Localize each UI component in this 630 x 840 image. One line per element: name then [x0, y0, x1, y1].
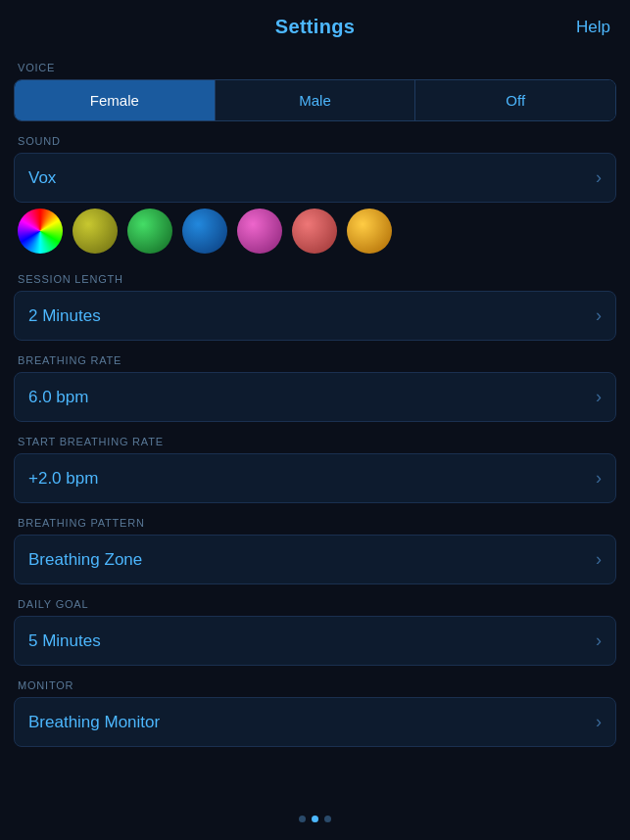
- monitor-row[interactable]: Breathing Monitor ›: [14, 697, 616, 747]
- page-dot-1[interactable]: [299, 816, 306, 822]
- page-dot-3[interactable]: [324, 816, 331, 822]
- monitor-label: MONITOR: [14, 679, 616, 691]
- breathing-pattern-row[interactable]: Breathing Zone ›: [14, 535, 616, 584]
- start-breathing-rate-row[interactable]: +2.0 bpm ›: [14, 453, 616, 503]
- sound-label: SOUND: [14, 135, 616, 147]
- daily-goal-value: 5 Minutes: [28, 631, 101, 651]
- breathing-pattern-value: Breathing Zone: [28, 550, 142, 570]
- breathing-rate-label: BREATHING RATE: [14, 354, 616, 366]
- header: Settings Help: [0, 0, 630, 48]
- color-circle-gold[interactable]: [347, 209, 392, 254]
- help-button[interactable]: Help: [576, 18, 610, 37]
- breathing-pattern-label: BREATHING PATTERN: [14, 517, 616, 529]
- daily-goal-label: DAILY GOAL: [14, 598, 616, 610]
- daily-goal-row[interactable]: 5 Minutes ›: [14, 616, 616, 666]
- session-length-chevron-icon: ›: [596, 305, 602, 326]
- color-circle-rainbow[interactable]: [18, 209, 63, 254]
- monitor-value: Breathing Monitor: [28, 713, 160, 732]
- color-circle-blue[interactable]: [182, 209, 227, 254]
- color-circle-magenta[interactable]: [237, 209, 282, 254]
- voice-segment: Female Male Off: [14, 79, 616, 121]
- start-breathing-rate-label: START BREATHING RATE: [14, 436, 616, 447]
- sound-row[interactable]: Vox ›: [14, 153, 616, 203]
- breathing-rate-value: 6.0 bpm: [28, 388, 88, 407]
- page-title: Settings: [275, 16, 355, 38]
- page-dot-2[interactable]: [312, 816, 318, 822]
- color-circle-olive[interactable]: [73, 209, 118, 254]
- monitor-chevron-icon: ›: [596, 712, 602, 732]
- voice-label: VOICE: [14, 62, 616, 73]
- session-length-label: SESSION LENGTH: [14, 273, 616, 285]
- breathing-rate-row[interactable]: 6.0 bpm ›: [14, 372, 616, 422]
- voice-male-button[interactable]: Male: [216, 80, 416, 120]
- sound-chevron-icon: ›: [596, 167, 602, 188]
- session-length-row[interactable]: 2 Minutes ›: [14, 291, 616, 341]
- page-dots: [0, 816, 630, 822]
- content-area: VOICE Female Male Off SOUND Vox › SESSIO…: [0, 62, 630, 747]
- breathing-pattern-chevron-icon: ›: [596, 549, 602, 570]
- start-breathing-rate-chevron-icon: ›: [596, 468, 602, 489]
- color-circle-salmon[interactable]: [292, 209, 337, 254]
- color-circles-container: [14, 203, 616, 259]
- breathing-rate-chevron-icon: ›: [596, 387, 602, 407]
- session-length-value: 2 Minutes: [28, 306, 101, 326]
- start-breathing-rate-value: +2.0 bpm: [28, 469, 98, 489]
- daily-goal-chevron-icon: ›: [596, 630, 602, 651]
- color-circle-green[interactable]: [127, 209, 172, 254]
- voice-female-button[interactable]: Female: [15, 80, 216, 120]
- sound-value: Vox: [28, 168, 56, 188]
- voice-off-button[interactable]: Off: [415, 80, 615, 120]
